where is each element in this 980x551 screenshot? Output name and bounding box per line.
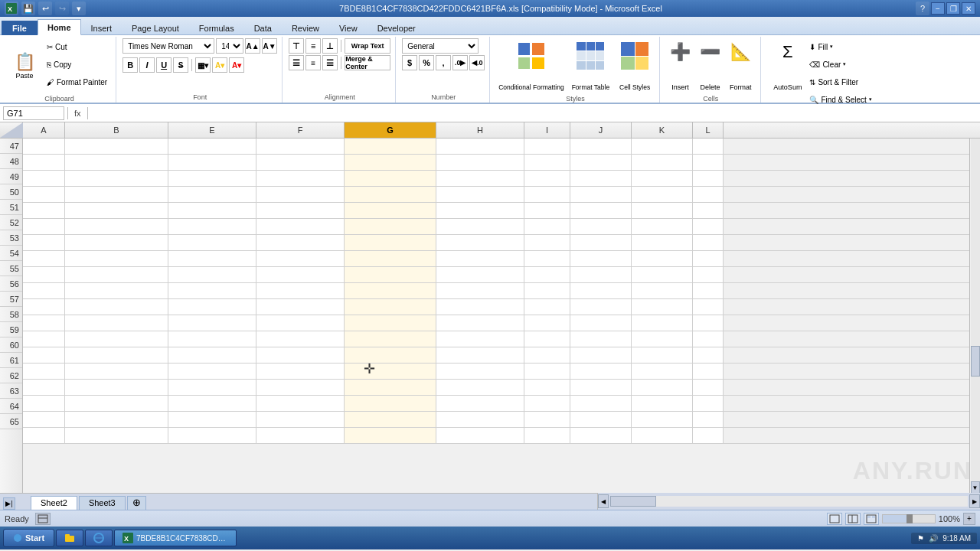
cell-E53[interactable] [168, 235, 256, 250]
cell-F49[interactable] [256, 171, 345, 186]
cell-F47[interactable] [256, 139, 345, 154]
underline-button[interactable]: U [156, 57, 172, 73]
help-icon[interactable]: ? [916, 2, 929, 15]
horizontal-scrollbar[interactable]: ◀ ▶ [597, 493, 980, 510]
tab-formulas[interactable]: Formulas [189, 20, 244, 35]
cell-F48[interactable] [256, 155, 345, 170]
cell-J53[interactable] [570, 235, 632, 250]
row-num-49[interactable]: 49 [0, 169, 22, 184]
align-bottom-button[interactable]: ⊥ [322, 38, 338, 54]
font-family-select[interactable]: Times New Roman [122, 38, 214, 54]
cell-I50[interactable] [524, 187, 570, 202]
cell-I62[interactable] [524, 380, 570, 395]
cell-I53[interactable] [524, 235, 570, 250]
cell-B56[interactable] [65, 283, 168, 298]
cell-G47[interactable] [345, 139, 436, 154]
h-scroll-thumb[interactable] [610, 496, 656, 507]
cell-A50[interactable] [23, 187, 65, 202]
align-middle-button[interactable]: ≡ [305, 38, 321, 54]
cell-B53[interactable] [65, 235, 168, 250]
cell-A57[interactable] [23, 299, 65, 315]
row-num-61[interactable]: 61 [0, 353, 22, 368]
cell-K56[interactable] [632, 283, 693, 298]
col-header-B[interactable]: B [65, 122, 168, 138]
percent-button[interactable]: % [419, 55, 434, 70]
cell-G52[interactable] [345, 219, 436, 234]
col-header-H[interactable]: H [436, 122, 524, 138]
cell-G64[interactable] [345, 412, 436, 427]
cell-B55[interactable] [65, 267, 168, 282]
cell-H61[interactable] [436, 364, 524, 379]
row-num-65[interactable]: 65 [0, 414, 22, 429]
function-button[interactable]: fx [71, 109, 84, 118]
col-header-G[interactable]: G [345, 122, 436, 138]
italic-button[interactable]: I [139, 57, 155, 73]
status-sheet-icon[interactable] [35, 513, 51, 525]
cell-A55[interactable] [23, 267, 65, 282]
cut-button[interactable]: ✂ Cut [43, 38, 111, 55]
cell-E52[interactable] [168, 219, 256, 234]
cell-E65[interactable] [168, 428, 256, 443]
col-header-A[interactable]: A [23, 122, 65, 138]
cell-E56[interactable] [168, 283, 256, 298]
cell-I54[interactable] [524, 251, 570, 266]
tab-data[interactable]: Data [244, 20, 282, 35]
zoom-in-button[interactable]: + [963, 513, 975, 525]
cell-F51[interactable] [256, 203, 345, 218]
cell-B58[interactable] [65, 315, 168, 331]
cell-I61[interactable] [524, 364, 570, 379]
cell-J64[interactable] [570, 412, 632, 427]
add-sheet-button[interactable]: ⊕ [127, 496, 146, 510]
cell-L52[interactable] [693, 219, 724, 234]
cell-G62[interactable] [345, 380, 436, 395]
customize-qa-icon[interactable]: ▾ [72, 2, 86, 15]
cell-B59[interactable] [65, 331, 168, 347]
cell-G55[interactable] [345, 267, 436, 282]
row-num-62[interactable]: 62 [0, 368, 22, 383]
cell-H52[interactable] [436, 219, 524, 234]
cell-G65[interactable] [345, 428, 436, 443]
cell-L50[interactable] [693, 187, 724, 202]
row-num-47[interactable]: 47 [0, 139, 22, 154]
cell-A60[interactable] [23, 347, 65, 363]
tab-review[interactable]: Review [282, 20, 329, 35]
tab-file[interactable]: File [2, 21, 38, 35]
cell-G51[interactable] [345, 203, 436, 218]
formula-input[interactable] [91, 106, 977, 120]
cell-B61[interactable] [65, 364, 168, 379]
row-num-48[interactable]: 48 [0, 154, 22, 169]
scroll-down-button[interactable]: ▼ [971, 481, 980, 494]
cell-E61[interactable] [168, 364, 256, 379]
normal-view-button[interactable] [827, 513, 842, 525]
taskbar-browser[interactable] [85, 530, 113, 546]
col-header-J[interactable]: J [570, 122, 632, 138]
cell-E58[interactable] [168, 315, 256, 331]
close-button[interactable]: ✕ [962, 2, 975, 15]
cell-K57[interactable] [632, 299, 693, 315]
cell-H49[interactable] [436, 171, 524, 186]
cell-G48[interactable] [345, 155, 436, 170]
sort-filter-button[interactable]: ⇅ Sort & Filter [805, 73, 875, 90]
number-format-select[interactable]: General [402, 38, 479, 54]
cell-G53[interactable] [345, 235, 436, 250]
cell-L60[interactable] [693, 347, 724, 363]
cell-L49[interactable] [693, 171, 724, 186]
increase-font-size-button[interactable]: A▲ [245, 38, 260, 54]
copy-button[interactable]: ⎘ Copy [43, 56, 111, 73]
grid-area[interactable]: 47484950515253545556575859606162636465 A… [0, 139, 980, 493]
cell-K65[interactable] [632, 428, 693, 443]
insert-button[interactable]: ➕ Insert [666, 38, 694, 95]
cell-H65[interactable] [436, 428, 524, 443]
cell-K49[interactable] [632, 171, 693, 186]
redo-icon[interactable]: ↪ [55, 2, 69, 15]
align-right-button[interactable]: ☰ [322, 55, 338, 70]
font-color-button[interactable]: A▾ [229, 57, 244, 73]
cell-B63[interactable] [65, 396, 168, 411]
col-header-I[interactable]: I [524, 122, 570, 138]
cell-A64[interactable] [23, 412, 65, 427]
align-top-button[interactable]: ⊤ [289, 38, 304, 54]
cell-J51[interactable] [570, 203, 632, 218]
cell-B60[interactable] [65, 347, 168, 363]
cell-A58[interactable] [23, 315, 65, 331]
cell-H51[interactable] [436, 203, 524, 218]
